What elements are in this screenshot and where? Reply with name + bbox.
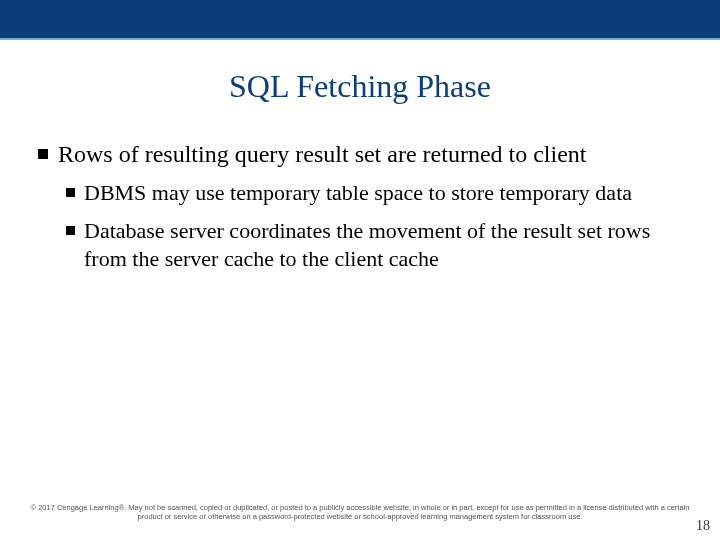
copyright-text: © 2017 Cengage Learning®. May not be sca…: [30, 503, 690, 523]
header-band: [0, 0, 720, 38]
bullet-text: Database server coordinates the movement…: [84, 217, 682, 273]
slide-footer: © 2017 Cengage Learning®. May not be sca…: [0, 503, 720, 523]
bullet-level1: Rows of resulting query result set are r…: [38, 139, 682, 169]
page-number: 18: [696, 518, 710, 534]
bullet-level2: DBMS may use temporary table space to st…: [66, 179, 682, 207]
bullet-text: Rows of resulting query result set are r…: [58, 139, 587, 169]
square-bullet-icon: [66, 188, 75, 197]
slide-body: Rows of resulting query result set are r…: [0, 139, 720, 273]
square-bullet-icon: [66, 226, 75, 235]
bullet-level2: Database server coordinates the movement…: [66, 217, 682, 273]
slide-title: SQL Fetching Phase: [0, 68, 720, 105]
square-bullet-icon: [38, 149, 48, 159]
bullet-text: DBMS may use temporary table space to st…: [84, 179, 632, 207]
bullet-level2-group: DBMS may use temporary table space to st…: [66, 179, 682, 273]
header-accent-line: [0, 38, 720, 40]
